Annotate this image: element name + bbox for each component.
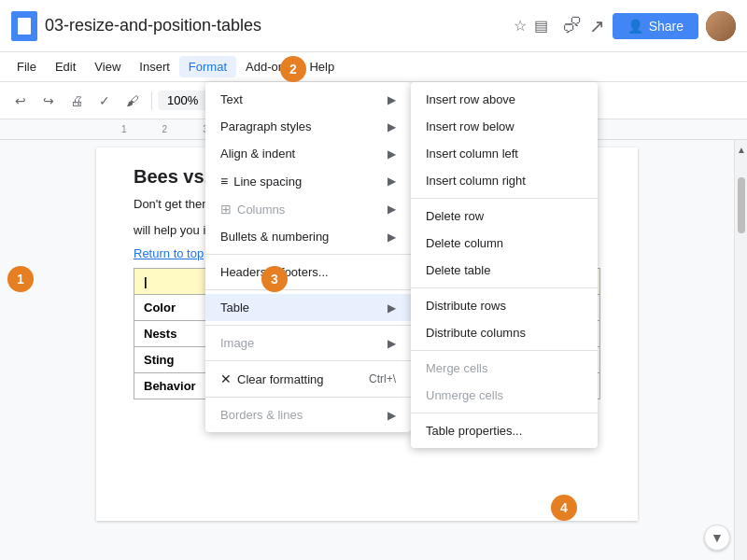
format-menu-item-clear[interactable]: ✕Clear formatting Ctrl+\: [205, 365, 411, 393]
menu-bar: File Edit View Insert Format Add-ons Hel…: [0, 52, 747, 82]
format-menu: Text ▶ Paragraph styles ▶ Align & indent…: [205, 82, 411, 432]
redo-button[interactable]: ↪: [35, 88, 62, 114]
table-properties[interactable]: Table properties...: [411, 417, 598, 444]
arrow-icon: ▶: [388, 147, 396, 161]
format-menu-item-table[interactable]: Table ▶: [205, 294, 411, 321]
step-badge-4: 4: [551, 495, 577, 521]
menu-edit[interactable]: Edit: [46, 56, 85, 77]
undo-button[interactable]: ↩: [7, 88, 34, 114]
comment-button[interactable]: 🗪: [563, 15, 582, 36]
return-to-top-link[interactable]: Return to top: [134, 246, 204, 260]
arrow-icon: ▶: [388, 337, 396, 350]
arrow-icon: ▶: [388, 231, 396, 244]
avatar[interactable]: [706, 11, 736, 41]
clear-icon: ✕: [220, 371, 232, 386]
avatar-image: [706, 11, 736, 41]
arrow-icon: ▶: [388, 409, 396, 422]
step-badge-3: 3: [261, 266, 288, 292]
arrow-icon: ▶: [388, 301, 396, 315]
table-distribute-columns[interactable]: Distribute columns: [411, 319, 598, 346]
format-menu-item-paragraph-styles[interactable]: Paragraph styles ▶: [205, 113, 411, 140]
app-icon: [11, 11, 37, 41]
table-insert-row-below[interactable]: Insert row below: [411, 113, 598, 140]
format-menu-item-align[interactable]: Align & indent ▶: [205, 140, 411, 167]
format-menu-item-borders: Borders & lines ▶: [205, 401, 411, 428]
separator: [411, 287, 598, 288]
separator: [411, 413, 598, 413]
folder-button[interactable]: ▤: [534, 17, 548, 35]
format-menu-item-columns: ⊞Columns ▶: [205, 195, 411, 223]
table-unmerge-cells: Unmerge cells: [411, 382, 598, 409]
table-delete-column[interactable]: Delete column: [411, 230, 598, 257]
line-spacing-icon: ≡: [220, 174, 228, 189]
table-distribute-rows[interactable]: Distribute rows: [411, 292, 598, 319]
format-menu-item-headers[interactable]: Headers & footers...: [205, 259, 411, 286]
separator: [205, 289, 411, 290]
share-icon: 👤: [627, 19, 643, 34]
table-delete-table[interactable]: Delete table: [411, 257, 598, 284]
step-badge-2: 2: [280, 56, 306, 82]
step-badge-1: 1: [7, 266, 34, 292]
format-menu-item-image: Image ▶: [205, 329, 411, 357]
separator: [411, 198, 598, 199]
table-insert-col-left[interactable]: Insert column left: [411, 140, 598, 167]
menu-view[interactable]: View: [85, 56, 130, 77]
share-button[interactable]: 👤 Share: [613, 13, 698, 39]
history-button[interactable]: ↗: [589, 15, 605, 37]
format-menu-item-bullets[interactable]: Bullets & numbering ▶: [205, 223, 411, 250]
toolbar-separator-1: [151, 91, 152, 110]
separator: [205, 325, 411, 326]
arrow-icon: ▶: [388, 175, 396, 188]
top-bar: 03-resize-and-position-tables ☆ ▤ 🗪 ↗ 👤 …: [0, 0, 747, 52]
spellcheck-button[interactable]: ✓: [92, 88, 118, 114]
arrow-icon: ▶: [388, 203, 396, 216]
separator: [205, 397, 411, 398]
format-menu-item-text[interactable]: Text ▶: [205, 86, 411, 113]
table-insert-row-above[interactable]: Insert row above: [411, 86, 598, 113]
table-merge-cells: Merge cells: [411, 355, 598, 382]
separator: [205, 254, 411, 255]
scroll-thumb[interactable]: [738, 177, 745, 233]
ruler-mark-2: 2: [162, 124, 168, 134]
separator: [411, 350, 598, 351]
share-label: Share: [649, 19, 684, 34]
menu-file[interactable]: File: [7, 56, 46, 77]
table-insert-col-right[interactable]: Insert column right: [411, 167, 598, 194]
top-right-actions: 🗪 ↗ 👤 Share: [563, 11, 736, 41]
table-submenu: Insert row above Insert row below Insert…: [411, 82, 598, 448]
print-button[interactable]: 🖨: [63, 88, 90, 114]
menu-format[interactable]: Format: [179, 56, 236, 77]
star-button[interactable]: ☆: [514, 17, 527, 35]
next-page-button[interactable]: ▼: [704, 525, 730, 551]
separator: [205, 360, 411, 361]
columns-icon: ⊞: [220, 202, 232, 217]
ruler-mark-1: 1: [121, 124, 127, 134]
format-menu-item-line-spacing[interactable]: ≡Line spacing ▶: [205, 167, 411, 195]
table-delete-row[interactable]: Delete row: [411, 203, 598, 230]
menu-insert[interactable]: Insert: [130, 56, 179, 77]
right-scrollbar: ▲: [734, 140, 747, 560]
arrow-icon: ▶: [388, 120, 396, 133]
arrow-icon: ▶: [388, 93, 396, 106]
paint-format-button[interactable]: 🖌: [120, 88, 146, 114]
menu-help[interactable]: Help: [300, 56, 344, 77]
document-title: 03-resize-and-position-tables: [45, 16, 506, 35]
scroll-up-button[interactable]: ▲: [735, 140, 747, 159]
